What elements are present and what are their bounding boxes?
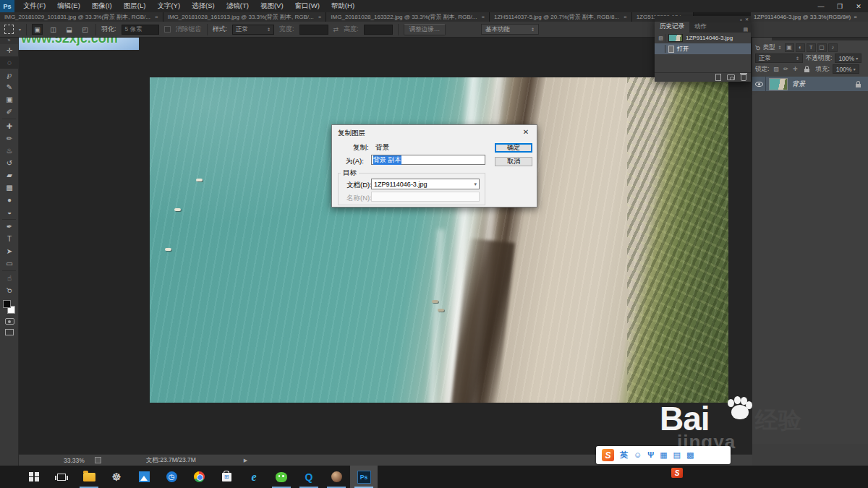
- toolbar-collapse-icon[interactable]: »: [0, 38, 18, 44]
- lock-icon-0[interactable]: ▨: [772, 65, 780, 74]
- close-button[interactable]: ✕: [849, 0, 868, 12]
- new-selection-mode-icon[interactable]: ▣: [32, 24, 43, 35]
- screen-mode-icon[interactable]: [0, 327, 19, 338]
- filter-icon-4[interactable]: ♪: [828, 43, 838, 52]
- crop-tool-icon[interactable]: ▣: [0, 93, 19, 106]
- history-brush-tool-icon[interactable]: ↺: [0, 157, 19, 169]
- document-tab-2[interactable]: IMG_20181028_163322.jpg @ 33.3%(背景 副本, R…: [326, 12, 490, 22]
- filter-icon-2[interactable]: T: [807, 43, 816, 52]
- close-panel-icon[interactable]: ✕: [745, 17, 749, 22]
- tool-preset-icon[interactable]: [4, 25, 14, 34]
- ime-icon-0[interactable]: ☺: [634, 450, 642, 460]
- lock-icon-1[interactable]: ✏: [781, 65, 790, 74]
- menu-item-1[interactable]: 编辑(E): [57, 1, 80, 11]
- menu-item-0[interactable]: 文件(F): [23, 1, 46, 11]
- delete-state-icon[interactable]: [741, 74, 746, 81]
- quick-mask-icon[interactable]: [0, 316, 19, 327]
- taskbar-start-icon[interactable]: [20, 466, 48, 488]
- zoom-tool-icon[interactable]: ⚲: [0, 284, 19, 296]
- tab-actions[interactable]: 动作: [689, 22, 712, 33]
- taskbar-file-explorer-icon[interactable]: [75, 466, 103, 488]
- quick-selection-tool-icon[interactable]: ✎: [0, 81, 19, 93]
- foreground-color-swatch[interactable]: [3, 300, 11, 308]
- subtract-selection-mode-icon[interactable]: ⬓: [64, 24, 75, 35]
- chevron-down-icon[interactable]: ▾: [19, 27, 21, 32]
- dialog-close-icon[interactable]: ✕: [518, 127, 534, 137]
- workspace-select[interactable]: 基本功能 ⇕: [481, 24, 539, 35]
- menu-item-9[interactable]: 帮助(H): [331, 1, 354, 11]
- ime-icon-3[interactable]: ▤: [673, 450, 681, 460]
- tab-close-icon[interactable]: ×: [854, 14, 857, 20]
- taskbar-qq-browser-icon[interactable]: Q: [295, 466, 323, 488]
- menu-item-5[interactable]: 选择(S): [192, 1, 215, 11]
- lock-icon-2[interactable]: ✛: [791, 65, 799, 74]
- path-selection-tool-icon[interactable]: ➤: [0, 245, 19, 257]
- document-tab-1[interactable]: IMG_20181028_161913.jpg @ 33.3%(背景 副本, R…: [163, 12, 327, 22]
- eye-icon[interactable]: [755, 82, 763, 87]
- tab-close-icon[interactable]: ×: [624, 14, 627, 20]
- visibility-cell[interactable]: [752, 77, 766, 91]
- blend-mode-select[interactable]: 正常 ⇕: [755, 53, 803, 63]
- taskbar-wechat-icon[interactable]: [268, 466, 295, 488]
- tab-close-icon[interactable]: ×: [155, 14, 158, 20]
- document-tab-0[interactable]: IMG_20181029_101831.jpg @ 33.3%(背景 副本, R…: [0, 12, 163, 22]
- width-input[interactable]: [299, 25, 328, 35]
- new-document-from-state-icon[interactable]: [715, 74, 721, 81]
- taskbar-settings-icon[interactable]: ☸: [103, 466, 130, 488]
- restore-button[interactable]: ❐: [830, 0, 849, 12]
- move-tool-icon[interactable]: ✛: [0, 44, 19, 56]
- sogou-logo-icon[interactable]: S: [602, 449, 614, 461]
- minimize-button[interactable]: —: [812, 0, 830, 12]
- lock-all-icon[interactable]: [802, 65, 811, 74]
- lasso-tool-icon[interactable]: ℘: [0, 69, 19, 81]
- chevron-updown-icon[interactable]: ⇕: [778, 45, 782, 50]
- taskbar-task-view-icon[interactable]: [48, 466, 75, 488]
- layer-name-input[interactable]: 背景 副本: [371, 155, 485, 165]
- layer-name[interactable]: 背景: [792, 80, 805, 89]
- style-select[interactable]: 正常 ⇕: [232, 25, 274, 35]
- filter-icon-1[interactable]: ◐: [796, 43, 805, 52]
- gradient-tool-icon[interactable]: ▩: [0, 181, 19, 194]
- refine-edge-button[interactable]: 调整边缘…: [404, 24, 446, 35]
- layer-row-background[interactable]: 背景: [752, 77, 868, 91]
- blur-tool-icon[interactable]: ●: [0, 194, 19, 206]
- document-tab-active[interactable]: 1ZP9114046-3.jpg @ 33.3%(RGB/8#) ×: [751, 12, 868, 22]
- collapse-panel-icon[interactable]: «: [740, 17, 742, 22]
- taskbar-contacts-icon[interactable]: [323, 466, 350, 488]
- dodge-tool-icon[interactable]: ◒: [0, 206, 19, 218]
- menu-item-2[interactable]: 图像(I): [92, 1, 112, 11]
- tab-close-icon[interactable]: ×: [481, 14, 485, 20]
- antialias-checkbox[interactable]: [164, 26, 171, 33]
- taskbar-clock-icon[interactable]: ◷: [158, 466, 185, 488]
- opacity-input[interactable]: 100% ▾: [835, 53, 861, 63]
- intersect-selection-mode-icon[interactable]: ◰: [80, 24, 90, 35]
- filter-icon-3[interactable]: ▢: [817, 43, 827, 52]
- history-snapshot-row[interactable]: ▨ 1ZP9114046-3.jpg: [655, 33, 751, 43]
- hand-tool-icon[interactable]: ☝: [0, 272, 19, 284]
- feather-input[interactable]: 5 像素: [122, 25, 159, 35]
- history-step-row[interactable]: 打开: [655, 43, 751, 54]
- brush-tool-icon[interactable]: ✏: [0, 132, 19, 145]
- panel-menu-icon[interactable]: ▤: [743, 27, 751, 33]
- pen-tool-icon[interactable]: ✒: [0, 221, 19, 233]
- menu-item-6[interactable]: 滤镜(T): [226, 1, 249, 11]
- ime-icon-2[interactable]: ▦: [660, 450, 667, 460]
- status-menu-arrow-icon[interactable]: ▶: [244, 458, 247, 463]
- taskbar-internet-explorer-icon[interactable]: e: [240, 466, 268, 488]
- taskbar-photos-icon[interactable]: [130, 466, 158, 488]
- type-tool-icon[interactable]: T: [0, 233, 19, 245]
- layer-thumbnail[interactable]: [769, 78, 788, 90]
- zoom-level-input[interactable]: 33.33%: [64, 457, 85, 464]
- tab-close-icon[interactable]: ×: [318, 14, 322, 20]
- height-input[interactable]: [364, 25, 393, 35]
- menu-item-3[interactable]: 图层(L): [124, 1, 146, 11]
- taskbar-photoshop-icon[interactable]: Ps: [350, 466, 378, 488]
- menu-item-8[interactable]: 窗口(W): [295, 1, 320, 11]
- taskbar-store-icon[interactable]: ⊞: [213, 466, 240, 488]
- marquee-tool-icon[interactable]: ◌: [0, 56, 19, 69]
- document-select[interactable]: 1ZP9114046-3.jpg ▾: [371, 179, 480, 189]
- filter-icon-0[interactable]: ▣: [785, 43, 794, 52]
- cancel-button[interactable]: 取消: [495, 157, 532, 166]
- add-selection-mode-icon[interactable]: ◫: [48, 24, 59, 35]
- taskbar-chrome-icon[interactable]: [185, 466, 213, 488]
